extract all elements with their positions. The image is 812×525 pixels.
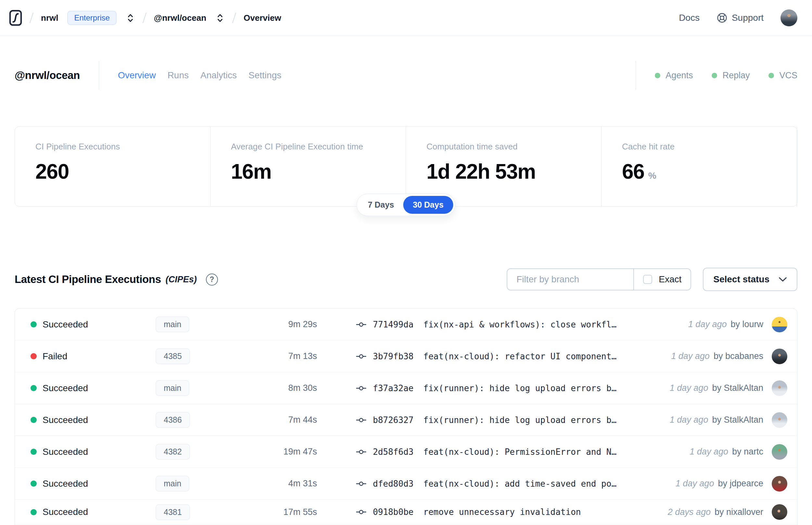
commit-hash[interactable]: 771499da	[373, 320, 413, 329]
workspace-selector-chevron-up-down-icon[interactable]	[215, 12, 225, 24]
author: by nixallover	[715, 507, 763, 517]
commit-message: feat(nx-cloud): add time-saved end po…	[423, 479, 616, 489]
status-dot-icon	[31, 321, 37, 328]
branch-chip[interactable]: 4382	[156, 444, 190, 460]
status-select-dropdown[interactable]: Select status	[703, 268, 797, 291]
table-row[interactable]: Failed 4385 7m 13s 3b79fb38 feat(nx-clou…	[15, 341, 797, 372]
table-row[interactable]: Succeeded main 4m 31s dfed80d3 feat(nx-c…	[15, 468, 797, 500]
time-ago: 1 day ago	[690, 447, 728, 457]
status-select-label: Select status	[713, 274, 769, 285]
branch-chip[interactable]: 4386	[156, 412, 190, 428]
branch-cell: 4382	[156, 444, 252, 460]
org-name[interactable]: nrwl	[41, 13, 58, 23]
commit-cell: b8726327 fix(runner): hide log upload er…	[356, 415, 657, 425]
commit-hash[interactable]: 3b79fb38	[373, 351, 413, 361]
commit-cell: 0918b0be remove unnecessary invalidation	[356, 507, 655, 517]
nx-cloud-logo-icon[interactable]	[9, 10, 22, 26]
stat-cache-hit-rate: Cache hit rate 66 %	[601, 127, 797, 206]
workspace-name[interactable]: @nrwl/ocean	[154, 13, 206, 23]
tab-overview[interactable]: Overview	[118, 70, 156, 80]
meta-cell: 1 day ago by jdpearce	[676, 476, 787, 492]
chevron-down-icon	[779, 277, 787, 282]
section-title-suffix: (CIPEs)	[166, 274, 197, 285]
branch-filter-group: Exact	[507, 268, 691, 290]
commit-hash[interactable]: 0918b0be	[373, 507, 413, 517]
tab-runs[interactable]: Runs	[168, 70, 189, 80]
breadcrumb-separator	[30, 13, 33, 24]
branch-cell: 4381	[156, 504, 252, 520]
branch-chip[interactable]: 4385	[156, 348, 190, 364]
current-page: Overview	[244, 13, 281, 23]
duration: 4m 31s	[252, 479, 317, 489]
org-selector-chevron-up-down-icon[interactable]	[126, 12, 135, 24]
stat-value: 66	[622, 160, 644, 183]
commit-hash[interactable]: f37a32ae	[373, 384, 413, 393]
author-avatar	[772, 317, 787, 332]
status-cell: Succeeded	[31, 383, 156, 393]
branch-filter-input[interactable]	[507, 269, 633, 290]
support-link[interactable]: Support	[717, 12, 764, 24]
time-ago: 1 day ago	[670, 415, 708, 425]
git-commit-icon	[356, 479, 366, 489]
branch-chip[interactable]: main	[156, 316, 189, 332]
exact-checkbox[interactable]	[643, 275, 652, 284]
commit-hash[interactable]: 2d58f6d3	[373, 447, 413, 457]
commit-hash[interactable]: b8726327	[373, 415, 413, 425]
status-label: Succeeded	[43, 383, 88, 393]
tab-settings[interactable]: Settings	[248, 70, 281, 80]
duration: 19m 47s	[252, 447, 317, 457]
docs-link[interactable]: Docs	[679, 13, 700, 23]
author-avatar	[772, 412, 787, 428]
git-commit-icon	[356, 319, 366, 330]
service-label: Replay	[722, 71, 750, 80]
breadcrumb: nrwl Enterprise @nrwl/ocean Overview	[9, 10, 281, 26]
user-avatar[interactable]	[781, 10, 797, 26]
status-cell: Succeeded	[31, 479, 156, 489]
branch-chip[interactable]: 4381	[156, 504, 190, 520]
cipes-section-header: Latest CI Pipeline Executions (CIPEs) Ex…	[15, 268, 797, 291]
meta-cell: 1 day ago by lourw	[688, 317, 787, 332]
range-30-days-button[interactable]: 30 Days	[403, 196, 454, 214]
exact-label: Exact	[659, 274, 681, 285]
service-vcs[interactable]: VCS	[768, 71, 797, 80]
status-label: Succeeded	[43, 507, 88, 517]
commit-hash[interactable]: dfed80d3	[373, 479, 413, 489]
stat-value: 16m	[231, 160, 271, 183]
service-label: Agents	[665, 71, 693, 80]
branch-cell: 4385	[156, 348, 252, 364]
author: by jdpearce	[718, 479, 763, 489]
stat-ci-pipeline-executions: CI Pipeline Executions 260	[15, 127, 211, 206]
table-row[interactable]: Succeeded 4386 7m 44s b8726327 fix(runne…	[15, 404, 797, 436]
meta-cell: 1 day ago by StalkAltan	[670, 412, 787, 428]
workspace-tabs: Overview Runs Analytics Settings	[118, 70, 281, 80]
branch-chip[interactable]: main	[156, 380, 189, 396]
question-circle-icon[interactable]	[206, 273, 218, 286]
time-ago: 1 day ago	[670, 383, 708, 393]
table-row[interactable]: Succeeded 4381 17m 55s 0918b0be remove u…	[15, 500, 797, 525]
range-7-days-button[interactable]: 7 Days	[358, 196, 403, 214]
stat-value: 1d 22h 53m	[427, 160, 536, 183]
workspace-title: @nrwl/ocean	[15, 69, 80, 81]
service-replay[interactable]: Replay	[711, 71, 750, 80]
tab-analytics[interactable]: Analytics	[200, 70, 237, 80]
time-ago: 1 day ago	[671, 351, 710, 361]
status-dot-icon	[31, 353, 37, 359]
branch-chip[interactable]: main	[156, 476, 189, 492]
author: by lourw	[731, 319, 763, 329]
lifebuoy-icon	[717, 12, 727, 24]
commit-message: fix(runner): hide log upload errors b…	[423, 415, 616, 425]
table-row[interactable]: Succeeded main 9m 29s 771499da fix(nx-ap…	[15, 309, 797, 341]
table-row[interactable]: Succeeded 4382 19m 47s 2d58f6d3 feat(nx-…	[15, 436, 797, 468]
status-cell: Succeeded	[31, 507, 156, 517]
enterprise-badge: Enterprise	[67, 11, 116, 25]
duration: 17m 55s	[252, 507, 317, 517]
status-dot-icon	[31, 509, 37, 515]
service-agents[interactable]: Agents	[655, 71, 693, 80]
time-ago: 2 days ago	[668, 507, 711, 517]
status-label: Succeeded	[43, 447, 88, 457]
table-row[interactable]: Succeeded main 8m 30s f37a32ae fix(runne…	[15, 372, 797, 404]
meta-cell: 1 day ago by StalkAltan	[670, 380, 787, 396]
commit-message: fix(nx-api & workflows): close workfl…	[423, 320, 616, 329]
exact-filter: Exact	[633, 269, 691, 290]
divider	[99, 61, 99, 90]
